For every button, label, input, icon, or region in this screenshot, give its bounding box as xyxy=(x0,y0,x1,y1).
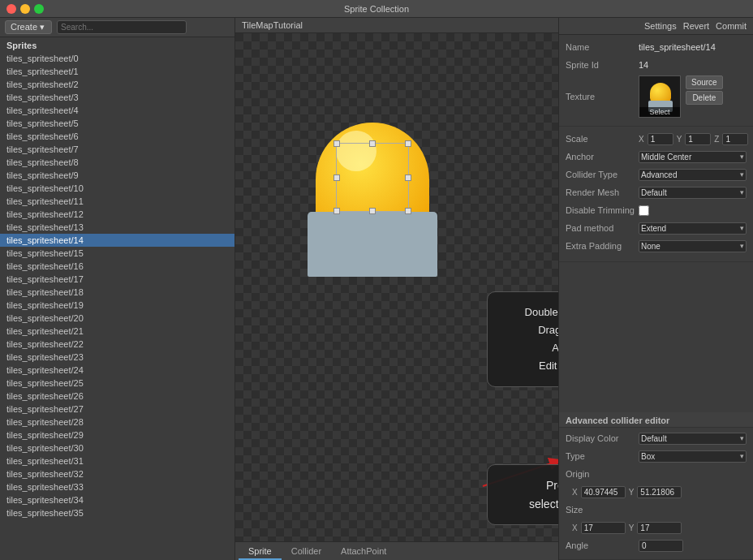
origin-y-input[interactable] xyxy=(637,486,682,498)
collider-type-select[interactable]: Advanced None Rectangle xyxy=(639,169,747,181)
scale-label: Scale xyxy=(566,134,639,144)
tooltip-line2: Drag handles to resize. xyxy=(504,321,558,339)
name-value: tiles_spritesheet/14 xyxy=(639,42,716,52)
sprites-section-label: Sprites xyxy=(0,37,235,52)
handle-top-mid[interactable] xyxy=(369,140,376,147)
sprite-item[interactable]: tiles_spritesheet/5 xyxy=(0,117,235,130)
handle-top-left[interactable] xyxy=(333,140,340,147)
scale-section: Scale X Y Z Anchor Middle Center Top Lef… xyxy=(559,127,753,262)
scale-inputs: X Y Z xyxy=(639,133,748,145)
pad-method-label: Pad method xyxy=(566,223,639,233)
sprite-item[interactable]: tiles_spritesheet/34 xyxy=(0,493,235,506)
sprite-item[interactable]: tiles_spritesheet/23 xyxy=(0,351,235,364)
sprite-item[interactable]: tiles_spritesheet/11 xyxy=(0,195,235,208)
maximize-button[interactable] xyxy=(34,4,44,14)
sprite-item[interactable]: tiles_spritesheet/30 xyxy=(0,442,235,454)
sprite-item[interactable]: tiles_spritesheet/13 xyxy=(0,221,235,234)
sprite-item[interactable]: tiles_spritesheet/1 xyxy=(0,65,235,78)
main-container: Create ▾ Sprites tiles_spritesheet/0tile… xyxy=(0,18,753,560)
angle-input[interactable] xyxy=(639,540,683,552)
sprite-item[interactable]: tiles_spritesheet/32 xyxy=(0,467,235,480)
sprite-item[interactable]: tiles_spritesheet/19 xyxy=(0,299,235,312)
tab-sprite[interactable]: Sprite xyxy=(239,544,282,560)
anchor-select[interactable]: Middle Center Top Left Top Center xyxy=(639,151,747,163)
adv-collider-header: Advanced collider editor xyxy=(559,412,753,428)
sprite-item[interactable]: tiles_spritesheet/25 xyxy=(0,377,235,390)
sprite-item[interactable]: tiles_spritesheet/22 xyxy=(0,338,235,351)
sprite-body xyxy=(308,212,437,277)
size-x-input[interactable] xyxy=(581,522,626,534)
type-select[interactable]: Box Polygon xyxy=(639,450,747,463)
handle-bottom-mid[interactable] xyxy=(369,208,376,214)
sprite-item[interactable]: tiles_spritesheet/4 xyxy=(0,104,235,117)
select-overlay-btn[interactable]: Select xyxy=(639,107,680,117)
viewport[interactable]: Double click to create shape. Drag handl… xyxy=(235,33,558,541)
sprite-item[interactable]: tiles_spritesheet/15 xyxy=(0,247,235,260)
display-color-select[interactable]: Default xyxy=(639,433,747,445)
sprite-id-label: Sprite Id xyxy=(566,60,639,70)
sprite-item[interactable]: tiles_spritesheet/35 xyxy=(0,506,235,519)
tab-attachpoint[interactable]: AttachPoint xyxy=(331,544,396,560)
search-input[interactable] xyxy=(57,20,187,34)
sprite-item[interactable]: tiles_spritesheet/28 xyxy=(0,416,235,429)
disable-trimming-checkbox[interactable] xyxy=(639,205,649,216)
sprite-item[interactable]: tiles_spritesheet/31 xyxy=(0,454,235,467)
sprite-item[interactable]: tiles_spritesheet/24 xyxy=(0,364,235,377)
sprite-item[interactable]: tiles_spritesheet/6 xyxy=(0,130,235,143)
extra-padding-select[interactable]: None 1 2 xyxy=(639,240,747,252)
source-button[interactable]: Source xyxy=(686,75,723,89)
handle-bottom-left[interactable] xyxy=(333,208,340,214)
origin-label-row: Origin xyxy=(566,467,747,481)
sprite-item[interactable]: tiles_spritesheet/21 xyxy=(0,325,235,338)
handle-middle-right[interactable] xyxy=(405,174,411,181)
tab-collider[interactable]: Collider xyxy=(282,544,331,560)
right-toolbar: Settings Revert Commit xyxy=(559,18,753,35)
sprite-item[interactable]: tiles_spritesheet/33 xyxy=(0,480,235,493)
scale-z-input[interactable] xyxy=(722,133,748,145)
sprite-id-row: Sprite Id 14 xyxy=(566,58,747,72)
sprite-image xyxy=(291,98,454,277)
close-button[interactable] xyxy=(6,4,16,14)
sprite-item[interactable]: tiles_spritesheet/29 xyxy=(0,429,235,442)
sprite-item[interactable]: tiles_spritesheet/8 xyxy=(0,156,235,169)
sprite-item[interactable]: tiles_spritesheet/12 xyxy=(0,208,235,221)
size-values-row: X Y xyxy=(566,520,747,535)
sprite-item[interactable]: tiles_spritesheet/16 xyxy=(0,260,235,273)
sprite-item[interactable]: tiles_spritesheet/26 xyxy=(0,390,235,403)
handle-bottom-right[interactable] xyxy=(405,208,411,214)
sprite-display xyxy=(291,98,454,277)
handle-middle-left[interactable] xyxy=(333,174,340,181)
sprite-item[interactable]: tiles_spritesheet/27 xyxy=(0,403,235,416)
sprite-item[interactable]: tiles_spritesheet/9 xyxy=(0,169,235,182)
sprite-item[interactable]: tiles_spritesheet/18 xyxy=(0,286,235,299)
pad-method-select[interactable]: Extend None xyxy=(639,222,747,235)
sprite-item[interactable]: tiles_spritesheet/10 xyxy=(0,182,235,195)
sprite-item[interactable]: tiles_spritesheet/0 xyxy=(0,52,235,65)
render-mesh-select[interactable]: Default Full Rect xyxy=(639,187,747,199)
sprite-list: tiles_spritesheet/0tiles_spritesheet/1ti… xyxy=(0,52,235,560)
tooltip-line1: Double click to create shape. xyxy=(504,304,558,321)
settings-button[interactable]: Settings xyxy=(644,21,677,31)
minimize-button[interactable] xyxy=(20,4,30,14)
commit-button[interactable]: Commit xyxy=(716,21,747,31)
texture-label: Texture xyxy=(566,92,639,101)
scale-x-input[interactable] xyxy=(648,133,673,145)
size-y-input[interactable] xyxy=(637,522,682,534)
create-button[interactable]: Create ▾ xyxy=(5,20,52,34)
delete-button[interactable]: Delete xyxy=(686,91,723,105)
sprite-item[interactable]: tiles_spritesheet/20 xyxy=(0,312,235,325)
revert-button[interactable]: Revert xyxy=(683,21,709,31)
sprite-item[interactable]: tiles_spritesheet/14 xyxy=(0,234,235,247)
sprite-item[interactable]: tiles_spritesheet/2 xyxy=(0,78,235,91)
sprite-item[interactable]: tiles_spritesheet/17 xyxy=(0,273,235,286)
origin-x-input[interactable] xyxy=(581,486,626,498)
anchor-select-wrapper: Middle Center Top Left Top Center xyxy=(639,151,747,163)
collider-type-label: Collider Type xyxy=(566,170,639,179)
anchor-label: Anchor xyxy=(566,152,639,162)
sprite-item[interactable]: tiles_spritesheet/3 xyxy=(0,91,235,104)
scale-y-input[interactable] xyxy=(685,133,711,145)
sprite-item[interactable]: tiles_spritesheet/7 xyxy=(0,143,235,156)
size-label-row: Size xyxy=(566,502,747,517)
handle-top-right[interactable] xyxy=(405,140,411,147)
extra-padding-select-wrapper: None 1 2 xyxy=(639,240,747,252)
